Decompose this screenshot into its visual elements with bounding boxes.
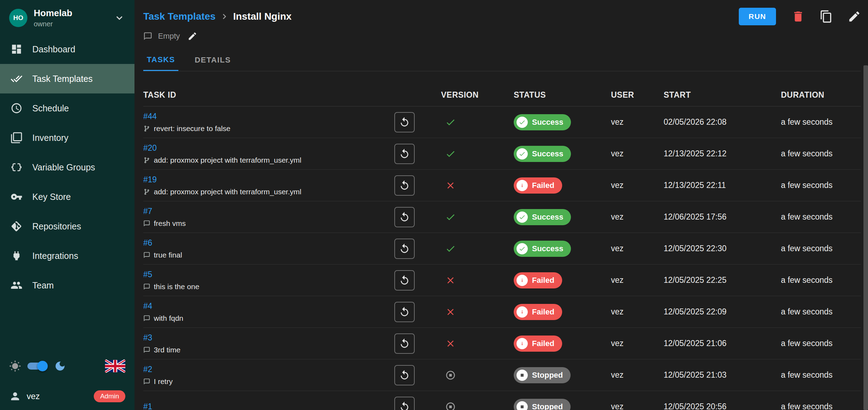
edit-description-icon[interactable] bbox=[188, 31, 197, 41]
sidebar-item-inventory[interactable]: Inventory bbox=[0, 123, 134, 152]
version-stopped-icon bbox=[445, 370, 456, 380]
task-id-link[interactable]: #4 bbox=[143, 301, 152, 311]
sidebar-item-integrations[interactable]: Integrations bbox=[0, 241, 134, 271]
task-message: 3rd time bbox=[143, 346, 180, 354]
status-badge: Failed bbox=[514, 177, 562, 194]
rerun-button[interactable] bbox=[394, 144, 415, 164]
sidebar-item-label: Integrations bbox=[32, 251, 78, 261]
chat-icon bbox=[143, 252, 150, 259]
task-id-link[interactable]: #5 bbox=[143, 270, 152, 279]
tab-tasks[interactable]: TASKS bbox=[143, 49, 178, 71]
task-id-link[interactable]: #1 bbox=[143, 402, 152, 410]
task-message: fresh vms bbox=[143, 219, 186, 228]
replay-icon bbox=[399, 180, 410, 191]
sidebar-item-label: Repositories bbox=[32, 221, 81, 232]
task-duration: a few seconds bbox=[781, 181, 861, 190]
status-badge: Success bbox=[514, 209, 571, 225]
people-icon bbox=[11, 279, 22, 291]
app-window: HO Homelab owner Dashboard Task Template… bbox=[0, 0, 868, 410]
task-start: 12/05/2025 22:30 bbox=[664, 244, 781, 253]
task-rows: #44 revert: insecure to false Success ve… bbox=[143, 106, 861, 410]
delete-icon[interactable] bbox=[791, 10, 805, 23]
tab-details[interactable]: DETAILS bbox=[191, 49, 234, 71]
rerun-button[interactable] bbox=[394, 333, 415, 354]
rerun-button[interactable] bbox=[394, 207, 415, 227]
braces-icon bbox=[11, 161, 22, 173]
breadcrumb: Task Templates Install Nginx bbox=[143, 11, 291, 22]
project-switcher[interactable]: HO Homelab owner bbox=[0, 0, 134, 34]
sidebar-item-variable-groups[interactable]: Variable Groups bbox=[0, 152, 134, 182]
task-message: I retry bbox=[143, 377, 173, 386]
status-label: Success bbox=[532, 118, 563, 127]
uk-flag-icon[interactable] bbox=[105, 359, 125, 373]
task-id-link[interactable]: #19 bbox=[143, 175, 157, 184]
toggle-thumb bbox=[37, 361, 48, 371]
task-start: 02/05/2026 22:08 bbox=[664, 117, 781, 127]
task-id-link[interactable]: #6 bbox=[143, 238, 152, 248]
sidebar-item-label: Team bbox=[32, 280, 54, 291]
replay-icon bbox=[399, 401, 410, 410]
sidebar-item-task-templates[interactable]: Task Templates bbox=[0, 64, 134, 93]
dark-mode-toggle[interactable] bbox=[27, 360, 46, 372]
table-row: #4 with fqdn Failed vez 12/05/2025 22:09… bbox=[143, 296, 861, 328]
rerun-button[interactable] bbox=[394, 239, 415, 259]
task-message: true final bbox=[143, 251, 182, 259]
version-success-icon bbox=[445, 212, 456, 222]
rerun-button[interactable] bbox=[394, 397, 415, 410]
task-duration: a few seconds bbox=[781, 212, 861, 222]
sidebar-item-team[interactable]: Team bbox=[0, 271, 134, 300]
sidebar-item-label: Inventory bbox=[32, 133, 68, 143]
task-user: vez bbox=[611, 117, 664, 127]
task-id-link[interactable]: #2 bbox=[143, 365, 152, 374]
task-id-link[interactable]: #7 bbox=[143, 207, 152, 216]
status-success-icon bbox=[519, 214, 526, 221]
col-duration: DURATION bbox=[781, 90, 861, 100]
sidebar-item-label: Dashboard bbox=[32, 44, 75, 54]
task-duration: a few seconds bbox=[781, 307, 861, 317]
sidebar-item-dashboard[interactable]: Dashboard bbox=[0, 34, 134, 64]
scrollbar[interactable] bbox=[863, 65, 868, 410]
tabs: TASKS DETAILS bbox=[143, 49, 861, 71]
col-task-id: TASK ID bbox=[143, 90, 368, 100]
double-check-icon bbox=[11, 73, 22, 85]
version-success-icon bbox=[445, 149, 456, 159]
task-id-link[interactable]: #20 bbox=[143, 143, 157, 153]
user-menu[interactable]: vez Admin bbox=[9, 390, 125, 402]
page-title: Install Nginx bbox=[233, 11, 291, 22]
task-message-text: with fqdn bbox=[154, 314, 183, 323]
rerun-button[interactable] bbox=[394, 270, 415, 291]
edit-icon[interactable] bbox=[848, 10, 861, 23]
task-message: add: proxmox project with terraform_user… bbox=[143, 156, 301, 164]
copy-icon[interactable] bbox=[820, 10, 833, 23]
sidebar-item-repositories[interactable]: Repositories bbox=[0, 211, 134, 241]
chevron-down-icon[interactable] bbox=[113, 12, 125, 24]
dashboard-icon bbox=[11, 43, 22, 55]
run-button[interactable]: RUN bbox=[739, 8, 776, 25]
status-label: Failed bbox=[532, 181, 554, 190]
status-label: Success bbox=[532, 244, 563, 253]
task-id-link[interactable]: #3 bbox=[143, 333, 152, 343]
git-icon bbox=[11, 220, 22, 232]
task-message-text: revert: insecure to false bbox=[154, 124, 230, 133]
task-user: vez bbox=[611, 307, 664, 317]
status-label: Stopped bbox=[532, 402, 563, 410]
task-message: revert: insecure to false bbox=[143, 124, 230, 133]
version-success-icon bbox=[445, 117, 456, 128]
sidebar-item-label: Task Templates bbox=[32, 74, 93, 84]
breadcrumb-task-templates[interactable]: Task Templates bbox=[143, 11, 216, 22]
status-badge: Failed bbox=[514, 304, 562, 320]
replay-icon bbox=[399, 243, 410, 254]
task-message-text: fresh vms bbox=[154, 219, 186, 228]
task-start: 12/05/2025 21:03 bbox=[664, 370, 781, 380]
status-label: Failed bbox=[532, 339, 554, 348]
rerun-button[interactable] bbox=[394, 365, 415, 385]
key-icon bbox=[11, 191, 22, 203]
sidebar-menu: Dashboard Task Templates Schedule Invent… bbox=[0, 34, 134, 300]
sidebar-item-key-store[interactable]: Key Store bbox=[0, 182, 134, 211]
sidebar-item-schedule[interactable]: Schedule bbox=[0, 93, 134, 123]
task-message: with fqdn bbox=[143, 314, 183, 323]
task-id-link[interactable]: #44 bbox=[143, 112, 157, 121]
rerun-button[interactable] bbox=[394, 302, 415, 322]
rerun-button[interactable] bbox=[394, 175, 415, 196]
rerun-button[interactable] bbox=[394, 112, 415, 132]
